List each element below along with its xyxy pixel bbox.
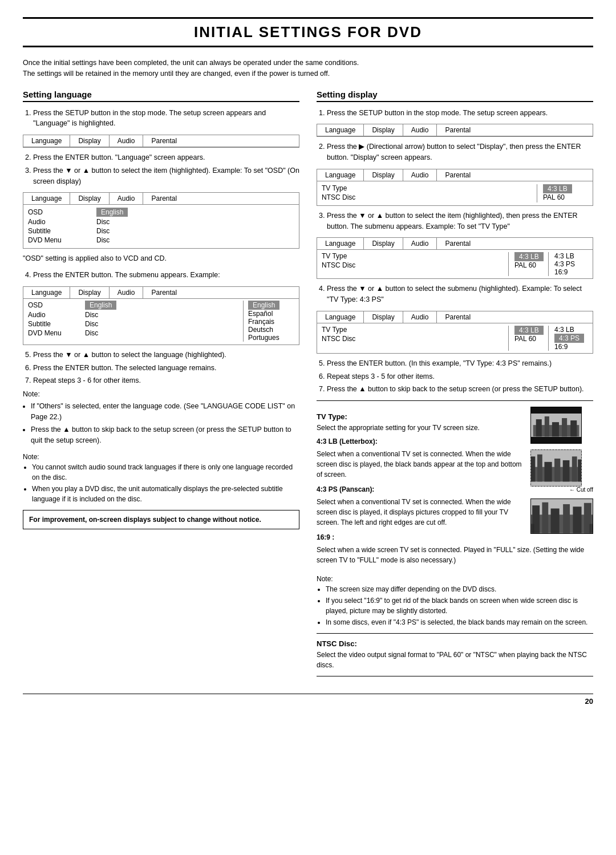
left-column: Setting language Press the SETUP button …	[23, 90, 299, 683]
lang-step-2: Press the ENTER button. "Language" scree…	[33, 152, 299, 163]
tab-parental-2: Parental	[143, 193, 185, 204]
tab-language-2: Language	[23, 193, 70, 204]
page-number: 20	[23, 694, 593, 706]
lang-box3-content: OSD English Audio Disc Subtitle Disc DVD…	[23, 299, 299, 345]
tab-audio-2: Audio	[110, 193, 144, 204]
disp-step-2: Press the ▶ (Directional arrow) button t…	[317, 141, 593, 163]
right-column: Setting display Press the SETUP button i…	[317, 90, 593, 683]
svg-rect-2	[545, 416, 549, 436]
svg-rect-10	[554, 459, 560, 481]
disp-step-4: Press the ▼ or ▲ button to select the su…	[317, 283, 593, 305]
lang-step-4: Press the ENTER button. The submenu appe…	[23, 270, 299, 281]
disp-setup-box-1: Language Display Audio Parental	[317, 124, 593, 137]
lang-setup-box-1: Language Display Audio Parental	[23, 135, 299, 148]
svg-rect-7	[531, 456, 535, 481]
lang-osd-value: English	[96, 208, 128, 217]
lang-steps-5-7: Press the ▼ or ▲ button to select the la…	[23, 350, 299, 446]
lang-step-1-text: Press the SETUP button in the stop mode.…	[33, 108, 299, 129]
disp-setup-box-2: Language Display Audio Parental TV Type …	[317, 169, 593, 206]
tv-169-block	[530, 499, 593, 534]
ntsc-section: NTSC Disc: Select the video output signa…	[317, 639, 593, 670]
tab-audio: Audio	[110, 135, 144, 147]
lang-row-dvdmenu: DVD Menu Disc	[28, 236, 294, 244]
ntsc-text: Select the video output signal format to…	[317, 650, 593, 670]
tab-display-2: Display	[70, 193, 109, 204]
city-silhouette-lb	[531, 414, 581, 436]
divider-2	[317, 633, 593, 634]
svg-rect-8	[537, 455, 542, 482]
tab-display: Display	[70, 135, 109, 147]
ratio-text: Select when a wide screen TV set is conn…	[317, 545, 593, 565]
lang-note: Note: If "Others" is selected, enter the…	[23, 389, 299, 446]
svg-rect-18	[563, 504, 570, 533]
warning-box: For improvement, on-screen displays subj…	[23, 510, 299, 529]
tv-lb-block	[530, 407, 593, 444]
svg-rect-21	[531, 524, 534, 533]
lang-row-subtitle: Subtitle Disc	[28, 227, 294, 235]
svg-rect-17	[551, 509, 560, 533]
svg-rect-1	[536, 419, 542, 436]
cutoff-label: ← Cut off	[530, 487, 593, 493]
svg-rect-12	[572, 456, 577, 481]
disp-step-3: Press the ▼ or ▲ button to select the it…	[317, 210, 593, 232]
tv-ps-image	[530, 449, 582, 487]
svg-rect-16	[542, 503, 548, 533]
city-silhouette-ps	[531, 450, 581, 486]
disp-steps-5-7: Press the ENTER button. (In this example…	[317, 358, 593, 395]
lang-setup-box-2-tabs: Language Display Audio Parental	[23, 193, 299, 205]
lang-steps-2-3: Press the ENTER button. "Language" scree…	[23, 152, 299, 187]
svg-rect-3	[552, 422, 559, 436]
page-title: INITIAL SETTINGS FOR DVD	[23, 17, 593, 47]
intro-block: Once the initial settings have been comp…	[23, 58, 593, 79]
svg-rect-13	[578, 459, 581, 481]
tab-language: Language	[23, 135, 70, 147]
intro-line-1: Once the initial settings have been comp…	[23, 58, 593, 68]
lang-setup-box-2: Language Display Audio Parental OSD Engl…	[23, 192, 299, 249]
lang-row-audio: Audio Disc	[28, 218, 294, 226]
lang-row-osd: OSD English	[28, 208, 294, 217]
disp-step-1: Press the SETUP button in the stop mode.…	[317, 108, 593, 119]
lang-bottom-note: Note: You cannot switch audio sound trac…	[23, 452, 299, 504]
lang-setup-box-1-tabs: Language Display Audio Parental	[23, 135, 299, 147]
svg-rect-9	[544, 462, 552, 481]
setting-language-heading: Setting language	[23, 90, 299, 102]
intro-line-2: The settings will be retained in the mem…	[23, 68, 593, 79]
svg-rect-19	[573, 506, 581, 533]
tab-parental: Parental	[143, 135, 185, 147]
lang-box2-content: OSD English Audio Disc Subtitle Disc DVD…	[23, 205, 299, 248]
lang-step-3: Press the ▼ or ▲ button to select the it…	[33, 165, 299, 187]
ratio-heading: 16:9 :	[317, 533, 334, 541]
lang-setup-box-3: Language Display Audio Parental OSD Engl…	[23, 286, 299, 345]
city-silhouette-169	[531, 499, 593, 533]
lang-setup-box-3-tabs: Language Display Audio Parental	[23, 287, 299, 299]
disp-setup-box-3: Language Display Audio Parental TV Type …	[317, 237, 593, 279]
setting-display-heading: Setting display	[317, 90, 593, 102]
tv-lb-image	[530, 407, 582, 444]
svg-rect-14	[531, 514, 593, 533]
svg-rect-4	[562, 418, 567, 436]
svg-rect-11	[563, 460, 570, 481]
tv-ps-block: ← Cut off	[530, 449, 593, 493]
ps-heading: 4:3 PS (Panscan):	[317, 485, 374, 493]
tv-images-block: ← Cut off	[530, 407, 593, 534]
ntsc-heading: NTSC Disc:	[317, 639, 593, 648]
osd-note: "OSD" setting is applied also to VCD and…	[23, 253, 299, 264]
divider-1	[317, 400, 593, 401]
svg-rect-22	[590, 524, 593, 533]
lb-heading: 4:3 LB (Letterbox):	[317, 437, 378, 445]
tv-type-section: ← Cut off	[317, 407, 593, 570]
tv-169-image	[530, 499, 593, 534]
divider-3	[317, 676, 593, 676]
display-notes: Note: The screen size may differ dependi…	[317, 574, 593, 627]
svg-rect-5	[570, 420, 577, 436]
lang-step-1: Press the SETUP button in the stop mode.…	[23, 108, 299, 129]
disp-setup-box-4: Language Display Audio Parental TV Type …	[317, 311, 593, 354]
